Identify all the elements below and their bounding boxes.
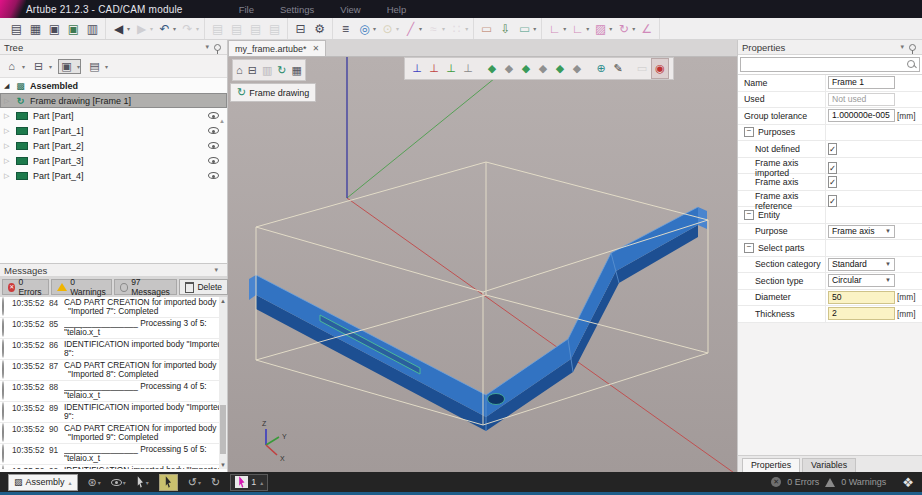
visibility-button[interactable]: ▾ — [111, 479, 126, 486]
lock-view-button[interactable]: ◉ — [651, 58, 669, 79]
tree-film-dropdown[interactable]: ▾ — [105, 63, 108, 70]
tree-menu-dropdown[interactable]: ▾ — [205, 43, 209, 51]
bend-add-tool-dropdown[interactable]: ▾ — [586, 25, 589, 32]
tree-row-frame-drawing[interactable]: ▷↻Frame drawing [Frame 1] — [0, 93, 227, 108]
tree-row-part[interactable]: ▷Part [Part_4] — [0, 168, 227, 183]
tube-section-dropdown[interactable]: ▾ — [373, 25, 376, 32]
menu-help[interactable]: Help — [387, 4, 407, 15]
visibility-eye-icon[interactable] — [208, 127, 219, 134]
pick-filter-dropdown[interactable]: ▴ — [260, 479, 263, 486]
message-row[interactable]: 10:35:5292IDENTIFICATION imported body "… — [0, 465, 227, 469]
tree-image-button[interactable]: ▣▾ — [58, 59, 81, 74]
tree-display-dropdown[interactable]: ▾ — [22, 63, 25, 70]
messages-tab-errors[interactable]: ✕0 Errors — [2, 279, 49, 295]
expand-caret-icon[interactable]: ▷ — [4, 127, 14, 135]
visibility-dropdown[interactable]: ▾ — [123, 479, 126, 486]
corner-tool-button[interactable]: ∠ — [637, 20, 656, 38]
properties-search-input[interactable] — [740, 57, 920, 72]
scrollbar-thumb[interactable] — [220, 405, 226, 453]
expand-caret-icon[interactable]: ▷ — [4, 172, 14, 180]
messages-tab-delete[interactable]: Delete — [179, 279, 228, 295]
message-row[interactable]: 10:35:5286IDENTIFICATION imported body "… — [0, 339, 227, 360]
tree-print-dropdown[interactable]: ▾ — [49, 63, 52, 70]
assembly-mode-button[interactable]: ▨ Assembly ▴ — [8, 474, 78, 491]
document-tab[interactable]: my_frame.artube* ✕ — [228, 40, 326, 56]
property-value-input[interactable]: 1.000000e-005 — [828, 109, 895, 122]
vp-print-icon[interactable]: ⊟ — [248, 64, 257, 77]
axis-view-iso-button[interactable]: ⊥ — [460, 59, 476, 78]
pin-icon[interactable] — [214, 44, 221, 51]
expand-caret-icon[interactable]: ▷ — [4, 142, 14, 150]
dock-tab-variables[interactable]: Variables — [802, 458, 856, 472]
message-row[interactable]: 10:35:5288________________ Processing 4 … — [0, 381, 227, 402]
rotate-add-tool-dropdown[interactable]: ▾ — [632, 25, 635, 32]
import-section-button[interactable]: ⇩ — [496, 20, 515, 38]
vp-home-icon[interactable]: ⌂ — [236, 64, 243, 76]
section-display-button[interactable]: ▭▾ — [515, 20, 538, 38]
tree-image-dropdown[interactable]: ▾ — [77, 63, 80, 70]
new-document-button[interactable]: ▤ — [7, 20, 26, 38]
checkbox-checked[interactable]: ✓ — [828, 143, 837, 155]
property-value-select[interactable]: Circular▼ — [828, 274, 895, 287]
iso-view-5-button[interactable]: ◆ — [552, 59, 568, 78]
save-as-button[interactable]: ▣ — [64, 20, 83, 38]
menu-view[interactable]: View — [340, 4, 360, 15]
collapse-icon[interactable]: − — [744, 243, 754, 253]
messages-tab-warnings[interactable]: 0 Warnings — [51, 279, 112, 295]
bend-tool-button[interactable]: ∟▾ — [545, 20, 568, 38]
property-value-select[interactable]: Standard▼ — [828, 258, 895, 271]
save-all-button[interactable]: ▥ — [83, 20, 102, 38]
checkbox-checked[interactable]: ✓ — [828, 176, 837, 188]
expand-caret-icon[interactable]: ▷ — [4, 112, 14, 120]
open-file-button[interactable]: ▦ — [26, 20, 45, 38]
collapse-icon[interactable]: − — [744, 127, 754, 137]
vp-frame-icon[interactable]: ↻ — [277, 64, 286, 77]
tree-row-assembled[interactable]: ◢▩Assembled — [0, 78, 227, 93]
select-mode-button[interactable]: ▾ — [136, 476, 149, 488]
section-display-dropdown[interactable]: ▾ — [533, 25, 536, 32]
message-row[interactable]: 10:35:5285________________ Processing 3 … — [0, 318, 227, 339]
axis-view-side-button[interactable]: ⊥ — [443, 59, 459, 78]
visibility-eye-icon[interactable] — [208, 157, 219, 164]
tree-print-button[interactable]: ⊟▾ — [31, 60, 52, 73]
visibility-eye-icon[interactable] — [208, 112, 219, 119]
tube-section-button[interactable]: ◎▾ — [355, 20, 378, 38]
tree-row-part[interactable]: ▷Part [Part_2] — [0, 138, 227, 153]
close-icon[interactable]: ✕ — [313, 44, 320, 53]
assembly-dropdown[interactable]: ▴ — [69, 479, 72, 486]
axis-view-front-button[interactable]: ⊥ — [409, 59, 425, 78]
visibility-eye-icon[interactable] — [208, 142, 219, 149]
pick-filter-button[interactable]: 1 ▴ — [230, 474, 268, 491]
collapse-icon[interactable]: − — [744, 210, 754, 220]
dock-tab-properties[interactable]: Properties — [742, 458, 800, 472]
rotate-ccw-dropdown[interactable]: ▾ — [198, 479, 201, 486]
navigate-back-dropdown[interactable]: ▾ — [127, 25, 130, 32]
render-mode-dropdown[interactable]: ▾ — [98, 479, 101, 486]
bend-add-tool-button[interactable]: ∟▾ — [568, 20, 591, 38]
measure-pen-button[interactable]: ✎ — [610, 59, 626, 78]
vp-film-icon[interactable]: ▦ — [292, 64, 302, 77]
iso-view-3-button[interactable]: ◆ — [518, 59, 534, 78]
render-mode-button[interactable]: ⊛ ▾ — [88, 476, 101, 489]
iso-view-6-button[interactable]: ◆ — [569, 59, 585, 78]
center-view-button[interactable]: ⊕ — [593, 59, 609, 78]
expand-caret-icon[interactable]: ▷ — [4, 97, 14, 105]
expand-caret-icon[interactable]: ▷ — [4, 157, 14, 165]
menu-file[interactable]: File — [239, 4, 254, 15]
property-value-input[interactable]: 50 — [828, 291, 895, 304]
tree-film-button[interactable]: ▤▾ — [87, 60, 108, 73]
property-value-input[interactable]: Frame 1 — [828, 76, 895, 89]
section-bar-button[interactable]: ▭ — [477, 20, 496, 38]
settings-wrench-button[interactable]: ⚙ — [310, 20, 329, 38]
tree-row-part[interactable]: ▷Part [Part_3] — [0, 153, 227, 168]
iso-view-4-button[interactable]: ◆ — [535, 59, 551, 78]
select-highlight-button[interactable] — [159, 474, 178, 491]
expand-caret-icon[interactable]: ◢ — [4, 82, 14, 90]
scroll-up-icon[interactable]: ▲ — [220, 298, 226, 304]
checkbox-checked[interactable]: ✓ — [828, 162, 837, 174]
properties-menu-dropdown[interactable]: ▾ — [900, 43, 904, 51]
message-row[interactable]: 10:35:5289IDENTIFICATION imported body "… — [0, 402, 227, 423]
iso-view-1-button[interactable]: ◆ — [484, 59, 500, 78]
view-list-button[interactable]: ≡ — [336, 20, 355, 38]
property-value-select[interactable]: Frame axis▼ — [828, 225, 895, 238]
